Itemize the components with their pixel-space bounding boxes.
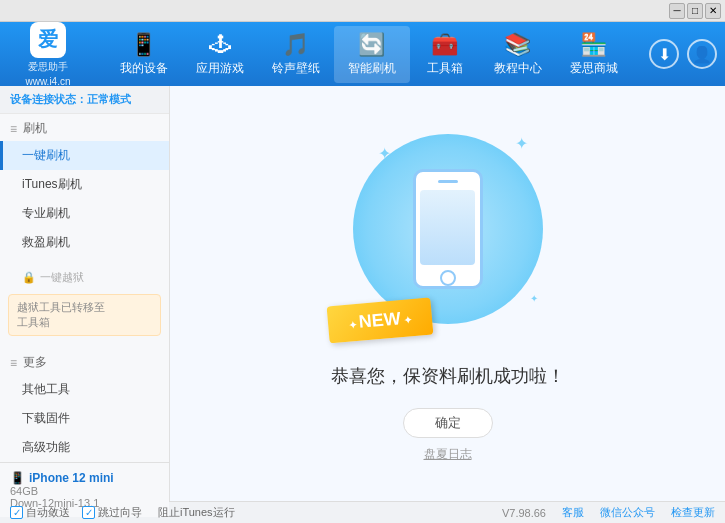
sidebar-item-download-fw[interactable]: 下载固件 (0, 404, 169, 433)
customer-service-link[interactable]: 客服 (562, 505, 584, 520)
user-btn[interactable]: 👤 (687, 39, 717, 69)
nav-item-toolbox[interactable]: 🧰 工具箱 (410, 26, 480, 83)
flash-icon: 🔄 (358, 32, 385, 58)
toolbox-icon: 🧰 (431, 32, 458, 58)
bottom-bar-left: ✓ 自动敛送 ✓ 跳过向导 (10, 505, 142, 520)
phone-shape (413, 169, 483, 289)
status-bar: 设备连接状态：正常模式 (0, 86, 169, 114)
sidebar-group-more-label: 更多 (23, 354, 47, 371)
logo-line1: 爱思助手 (28, 60, 68, 74)
sidebar-locked-label: 一键越狱 (40, 270, 84, 285)
sidebar-section-flash: 刷机 (0, 114, 169, 141)
logo-icon: 爱 (30, 22, 66, 58)
rejailbreak-link[interactable]: 盘夏日志 (424, 446, 472, 463)
sidebar-item-pro-flash[interactable]: 专业刷机 (0, 199, 169, 228)
main-content: ✦ ✦ ✦ NEW 恭喜您，保资料刷机成功啦！ 确定 盘夏日志 (170, 86, 725, 501)
bottom-bar-right: V7.98.66 客服 微信公众号 检查更新 (502, 505, 715, 520)
sidebar-label-onekey-flash: 一键刷机 (22, 148, 70, 162)
sparkle-1: ✦ (378, 144, 391, 163)
bottom-bar: ✓ 自动敛送 ✓ 跳过向导 阻止iTunes运行 V7.98.66 客服 微信公… (0, 501, 725, 523)
sidebar-group-flash-label: 刷机 (23, 120, 47, 137)
app-logo: 爱 爱思助手 www.i4.cn (8, 22, 88, 87)
nav-item-shop[interactable]: 🏪 爱思商城 (556, 26, 632, 83)
wechat-official-link[interactable]: 微信公众号 (600, 505, 655, 520)
phone-screen (420, 190, 475, 265)
checkbox-skip-wizard[interactable]: ✓ 跳过向导 (82, 505, 142, 520)
nav-items: 📱 我的设备 🕹 应用游戏 🎵 铃声壁纸 🔄 智能刷机 🧰 工具箱 📚 教程中心… (88, 26, 649, 83)
nav-item-ringtone[interactable]: 🎵 铃声壁纸 (258, 26, 334, 83)
sidebar-label-download-fw: 下载固件 (22, 411, 70, 425)
sidebar-label-pro-flash: 专业刷机 (22, 206, 70, 220)
nav-label-ringtone: 铃声壁纸 (272, 60, 320, 77)
close-btn[interactable]: ✕ (705, 3, 721, 19)
nav-item-flash[interactable]: 🔄 智能刷机 (334, 26, 410, 83)
checkbox-auto-push-label: 自动敛送 (26, 505, 70, 520)
sidebar-label-other-tools: 其他工具 (22, 382, 70, 396)
nav-label-appgame: 应用游戏 (196, 60, 244, 77)
sidebar-label-itunes-flash: iTunes刷机 (22, 177, 82, 191)
nav-right: ⬇ 👤 (649, 39, 717, 69)
sidebar-label-rescue-flash: 救盈刷机 (22, 235, 70, 249)
shop-icon: 🏪 (580, 32, 607, 58)
checkbox-skip-wizard-box[interactable]: ✓ (82, 506, 95, 519)
checkbox-auto-push[interactable]: ✓ 自动敛送 (10, 505, 70, 520)
checkbox-auto-push-box[interactable]: ✓ (10, 506, 23, 519)
sidebar-item-advanced[interactable]: 高级功能 (0, 433, 169, 462)
phone-illustration: ✦ ✦ ✦ NEW (348, 124, 548, 344)
sidebar-section-more: 更多 (0, 348, 169, 375)
mydevice-icon: 📱 (130, 32, 157, 58)
device-storage: 64GB (10, 485, 159, 497)
phone-home-btn (440, 270, 456, 286)
sidebar-item-rescue-flash[interactable]: 救盈刷机 (0, 228, 169, 257)
tutorial-icon: 📚 (504, 32, 531, 58)
sidebar-item-itunes-flash[interactable]: iTunes刷机 (0, 170, 169, 199)
minimize-btn[interactable]: ─ (669, 3, 685, 19)
download-btn[interactable]: ⬇ (649, 39, 679, 69)
sidebar-notice-text: 越狱工具已转移至工具箱 (17, 301, 105, 328)
sidebar-locked-jailbreak: 🔒 一键越狱 (0, 265, 169, 290)
sidebar: 设备连接状态：正常模式 刷机 一键刷机 iTunes刷机 专业刷机 救盈刷机 🔒… (0, 86, 170, 501)
ringtone-icon: 🎵 (282, 32, 309, 58)
sidebar-item-other-tools[interactable]: 其他工具 (0, 375, 169, 404)
nav-label-tutorial: 教程中心 (494, 60, 542, 77)
nav-label-flash: 智能刷机 (348, 60, 396, 77)
nav-label-mydevice: 我的设备 (120, 60, 168, 77)
lock-icon: 🔒 (22, 271, 36, 284)
nav-label-toolbox: 工具箱 (427, 60, 463, 77)
main-area: 设备连接状态：正常模式 刷机 一键刷机 iTunes刷机 专业刷机 救盈刷机 🔒… (0, 86, 725, 501)
sidebar-label-advanced: 高级功能 (22, 440, 70, 454)
appgame-icon: 🕹 (209, 32, 231, 58)
success-message: 恭喜您，保资料刷机成功啦！ (331, 364, 565, 388)
device-name: 📱 iPhone 12 mini (10, 471, 159, 485)
version-label: V7.98.66 (502, 507, 546, 519)
nav-item-mydevice[interactable]: 📱 我的设备 (106, 26, 182, 83)
logo-line2: www.i4.cn (25, 76, 70, 87)
nav-item-appgame[interactable]: 🕹 应用游戏 (182, 26, 258, 83)
confirm-button[interactable]: 确定 (403, 408, 493, 438)
status-label: 设备连接状态： (10, 93, 87, 105)
sparkle-2: ✦ (515, 134, 528, 153)
new-badge: NEW (326, 298, 432, 344)
sidebar-notice-jailbreak: 越狱工具已转移至工具箱 (8, 294, 161, 336)
checkbox-skip-wizard-label: 跳过向导 (98, 505, 142, 520)
nav-label-shop: 爱思商城 (570, 60, 618, 77)
check-update-link[interactable]: 检查更新 (671, 505, 715, 520)
sparkle-3: ✦ (530, 293, 538, 304)
status-value: 正常模式 (87, 93, 131, 105)
nav-item-tutorial[interactable]: 📚 教程中心 (480, 26, 556, 83)
title-bar: ─ □ ✕ (0, 0, 725, 22)
nav-bar: 爱 爱思助手 www.i4.cn 📱 我的设备 🕹 应用游戏 🎵 铃声壁纸 🔄 … (0, 22, 725, 86)
device-icon: 📱 (10, 471, 25, 485)
maximize-btn[interactable]: □ (687, 3, 703, 19)
stop-itunes-label: 阻止iTunes运行 (158, 505, 235, 520)
sidebar-item-onekey-flash[interactable]: 一键刷机 (0, 141, 169, 170)
